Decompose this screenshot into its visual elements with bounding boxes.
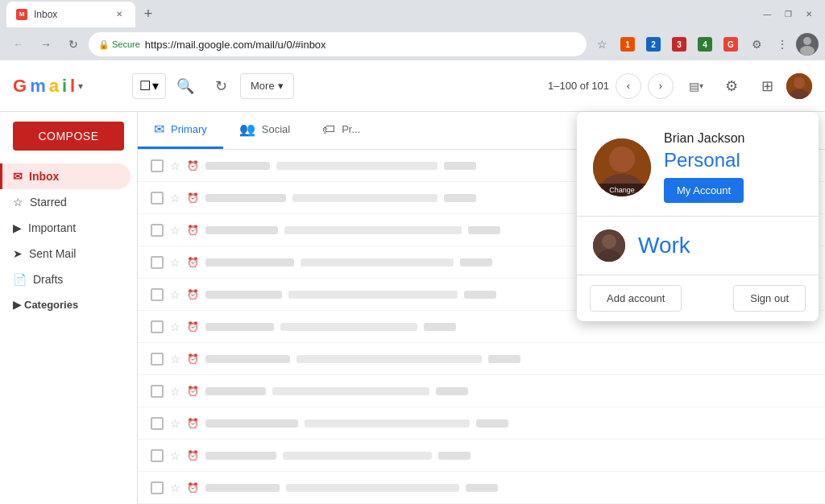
maximize-button[interactable]: ❐ <box>778 5 798 24</box>
row-important-icon[interactable]: ⏰ <box>187 225 199 236</box>
refresh-email-button[interactable]: ↻ <box>205 70 237 102</box>
row-important-icon[interactable]: ⏰ <box>187 192 199 204</box>
row-sender <box>205 258 294 266</box>
profile-avatar-small[interactable] <box>796 33 819 56</box>
tab-social[interactable]: 👥 Social <box>223 112 306 149</box>
row-important-icon[interactable]: ⏰ <box>187 450 199 461</box>
account-dropdown: Change Brian Jackson Personal My Account <box>577 112 819 321</box>
bookmark-icon[interactable]: ☆ <box>590 32 614 56</box>
gmail-logo[interactable]: G m a i l ▾ <box>13 76 126 97</box>
important-icon: ▶ <box>13 221 22 234</box>
display-density-button[interactable]: ▤ ▾ <box>680 70 712 102</box>
row-important-icon[interactable]: ⏰ <box>187 353 199 365</box>
add-account-button[interactable]: Add account <box>590 285 682 312</box>
new-tab-button[interactable]: + <box>137 3 160 26</box>
more-button[interactable]: More ▾ <box>240 73 294 99</box>
minimize-button[interactable]: — <box>757 5 777 24</box>
row-important-icon[interactable]: ⏰ <box>187 321 199 333</box>
row-star[interactable]: ☆ <box>170 256 180 269</box>
my-account-button[interactable]: My Account <box>664 178 744 203</box>
active-tab[interactable]: M Inbox ✕ <box>6 2 135 27</box>
categories-label: Categories <box>24 299 78 311</box>
ext-icon-1[interactable]: 1 <box>616 32 640 56</box>
profile-avatar-img <box>786 73 812 99</box>
select-button[interactable]: ☐ ▾ <box>132 73 166 99</box>
account-footer: Add account Sign out <box>577 275 819 321</box>
ext-icon-4[interactable]: 4 <box>693 32 717 56</box>
sent-label: Sent Mail <box>29 247 76 260</box>
row-checkbox[interactable] <box>151 224 164 237</box>
row-checkbox[interactable] <box>151 353 164 366</box>
density-dropdown: ▾ <box>699 81 703 90</box>
row-star[interactable]: ☆ <box>170 385 180 398</box>
person-silhouette-small <box>796 33 819 56</box>
row-date <box>476 419 508 428</box>
menu-icon[interactable]: ⋮ <box>770 32 794 56</box>
prev-page-button[interactable]: ‹ <box>616 73 641 99</box>
ext-icon-2[interactable]: 2 <box>641 32 665 56</box>
refresh-button[interactable]: ↻ <box>61 32 85 56</box>
sidebar-item-inbox[interactable]: ✉ Inbox <box>0 163 131 189</box>
apps-button[interactable]: ⊞ <box>751 70 783 102</box>
forward-button[interactable]: → <box>34 32 58 56</box>
row-sender <box>205 452 276 460</box>
search-button[interactable]: 🔍 <box>169 70 201 102</box>
row-important-icon[interactable]: ⏰ <box>187 160 199 171</box>
tab-primary[interactable]: ✉ Primary <box>138 112 223 149</box>
ext-5: G <box>723 37 738 52</box>
sidebar-item-starred[interactable]: ☆ Starred <box>0 189 131 215</box>
sidebar-item-drafts[interactable]: 📄 Drafts <box>0 266 131 292</box>
row-checkbox[interactable] <box>151 256 164 269</box>
row-important-icon[interactable]: ⏰ <box>187 482 199 494</box>
categories-section[interactable]: ▶ Categories <box>0 292 137 317</box>
row-checkbox[interactable] <box>151 320 164 333</box>
row-star[interactable]: ☆ <box>170 288 180 301</box>
next-page-button[interactable]: › <box>648 73 674 99</box>
email-row[interactable]: ☆ ⏰ <box>138 440 825 472</box>
back-button[interactable]: ← <box>6 32 31 56</box>
email-row[interactable]: ☆ ⏰ <box>138 343 825 375</box>
ext-icon-5[interactable]: G <box>719 32 743 56</box>
tab-close-button[interactable]: ✕ <box>113 8 126 21</box>
row-checkbox[interactable] <box>151 192 164 204</box>
row-important-icon[interactable]: ⏰ <box>187 257 199 268</box>
sign-out-button[interactable]: Sign out <box>733 285 806 312</box>
row-subject <box>301 258 454 266</box>
compose-button[interactable]: COMPOSE <box>13 122 124 151</box>
ext-1: 1 <box>620 37 635 52</box>
account-avatar-large[interactable]: Change <box>593 138 651 196</box>
email-row[interactable]: ☆ ⏰ <box>138 375 825 407</box>
row-star[interactable]: ☆ <box>170 417 180 430</box>
close-button[interactable]: ✕ <box>799 5 819 24</box>
row-checkbox[interactable] <box>151 159 164 172</box>
row-checkbox[interactable] <box>151 385 164 398</box>
settings-ext-icon[interactable]: ⚙ <box>744 32 769 56</box>
email-row[interactable]: ☆ ⏰ <box>138 472 825 504</box>
svg-point-1 <box>800 46 815 56</box>
row-checkbox[interactable] <box>151 449 164 462</box>
row-star[interactable]: ☆ <box>170 353 180 366</box>
ext-icon-3[interactable]: 3 <box>667 32 691 56</box>
row-star[interactable]: ☆ <box>170 481 180 494</box>
row-checkbox[interactable] <box>151 417 164 430</box>
row-important-icon[interactable]: ⏰ <box>187 289 199 300</box>
row-checkbox[interactable] <box>151 481 164 494</box>
row-star[interactable]: ☆ <box>170 192 180 204</box>
important-label: Important <box>28 221 76 234</box>
row-important-icon[interactable]: ⏰ <box>187 386 199 397</box>
email-row[interactable]: ☆ ⏰ <box>138 407 825 440</box>
second-account[interactable]: Work <box>577 217 819 275</box>
sidebar-item-important[interactable]: ▶ Important <box>0 215 131 241</box>
row-star[interactable]: ☆ <box>170 224 180 237</box>
row-star[interactable]: ☆ <box>170 320 180 333</box>
row-star[interactable]: ☆ <box>170 159 180 172</box>
url-bar[interactable]: 🔒 Secure https://mail.google.com/mail/u/… <box>89 32 587 56</box>
row-checkbox[interactable] <box>151 288 164 301</box>
row-important-icon[interactable]: ⏰ <box>187 418 199 429</box>
row-star[interactable]: ☆ <box>170 449 180 462</box>
settings-button[interactable]: ⚙ <box>715 70 748 102</box>
sidebar-item-sent[interactable]: ➤ Sent Mail <box>0 241 131 266</box>
tab-bar: M Inbox ✕ + <box>6 2 160 27</box>
profile-avatar[interactable] <box>786 73 812 99</box>
tab-promotions[interactable]: 🏷 Pr... <box>306 112 376 149</box>
